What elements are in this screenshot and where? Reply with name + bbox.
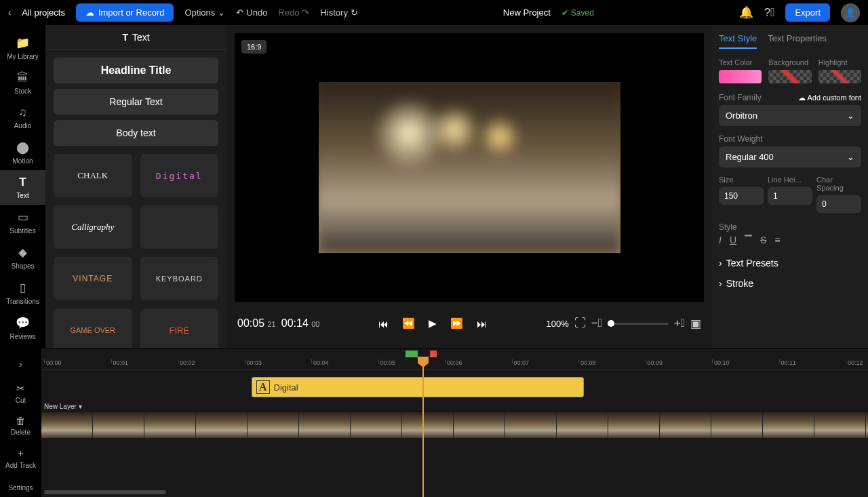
rewind-button[interactable]: ⏪ — [402, 317, 415, 330]
tab-text-style[interactable]: Text Style — [719, 33, 757, 49]
ruler-tick: 00:04 — [311, 359, 329, 363]
options-button[interactable]: Options ⌄ — [184, 7, 225, 18]
regular-text-button[interactable]: Regular Text — [54, 89, 218, 115]
horizontal-scrollbar[interactable] — [44, 490, 166, 494]
layer-label[interactable]: New Layer ▾ — [44, 403, 82, 410]
align-button[interactable]: ≡ — [774, 235, 780, 245]
background-swatch[interactable] — [768, 70, 811, 83]
playhead[interactable] — [422, 357, 424, 497]
text-preset-blank[interactable] — [140, 205, 219, 249]
motion-icon: ⬤ — [0, 140, 45, 155]
play-button[interactable]: ▶ — [429, 317, 437, 330]
line-height-input[interactable] — [768, 187, 812, 205]
text-preset-keyboard[interactable]: KEYBOARD — [140, 257, 219, 300]
size-label: Size — [719, 176, 764, 184]
all-projects-link[interactable]: All projects — [22, 7, 65, 18]
aspect-ratio-badge[interactable]: 16:9 — [241, 40, 267, 54]
strikethrough-button[interactable]: S — [760, 235, 766, 245]
folder-icon: 📁 — [0, 36, 45, 50]
fullscreen-button[interactable]: ⛶ — [574, 317, 586, 330]
fit-icon: ▣ — [690, 317, 701, 330]
body-text-button[interactable]: Body text — [54, 120, 218, 146]
text-preset-chalk[interactable]: CHALK — [54, 154, 132, 197]
avatar[interactable]: 👤 — [841, 3, 860, 22]
sidebar-item-subtitles[interactable]: ▭Subtitles — [0, 205, 45, 240]
ruler-tick: 00:03 — [245, 359, 262, 363]
video-thumbnail — [454, 412, 505, 438]
settings-button[interactable]: Settings — [0, 479, 41, 497]
video-thumbnail — [660, 412, 711, 438]
text-presets-section[interactable]: ›Text Presets — [719, 258, 861, 269]
cut-button[interactable]: ✂Cut — [0, 377, 41, 410]
sidebar-item-my-library[interactable]: 📁My Library — [0, 31, 45, 66]
forward-icon: ⏩ — [450, 317, 463, 329]
highlight-swatch[interactable] — [818, 70, 861, 83]
add-custom-font-link[interactable]: ☁ Add custom font — [798, 94, 861, 102]
video-track[interactable]: New Layer ▾ — [41, 412, 868, 438]
size-input[interactable] — [719, 187, 764, 205]
sidebar-item-transitions[interactable]: ▯Transitions — [0, 275, 45, 311]
video-thumbnail — [763, 412, 814, 438]
fit-button[interactable]: ▣ — [690, 317, 701, 331]
timeline[interactable]: 00:0000:0100:0200:0300:0400:0500:0600:07… — [41, 349, 868, 497]
trash-icon: 🗑 — [0, 415, 41, 426]
highlight-label: Highlight — [818, 58, 861, 66]
stroke-section[interactable]: ›Stroke — [719, 278, 861, 289]
overline-button[interactable]: ▔ — [745, 235, 752, 245]
sidebar-item-motion[interactable]: ⬤Motion — [0, 135, 45, 170]
export-button[interactable]: Export — [785, 3, 830, 22]
fullscreen-icon: ⛶ — [574, 317, 586, 330]
notifications-button[interactable]: 🔔 — [739, 5, 753, 20]
back-icon[interactable]: ‹ — [8, 7, 11, 18]
sidebar-item-shapes[interactable]: ◆Shapes — [0, 240, 45, 275]
help-icon: ?⃝ — [764, 6, 775, 19]
sidebar-item-text[interactable]: TText — [0, 170, 45, 205]
subtitles-icon: ▭ — [0, 210, 45, 224]
text-icon: T — [0, 176, 45, 189]
undo-button[interactable]: ↶ Undo — [236, 7, 267, 18]
underline-button[interactable]: U — [730, 235, 736, 245]
text-preset-fire[interactable]: FIRE — [140, 309, 219, 348]
timeline-ruler[interactable]: 00:0000:0100:0200:0300:0400:0500:0600:07… — [41, 349, 868, 370]
skip-end-button[interactable]: ⏭ — [477, 318, 487, 330]
ruler-tick: 00:09 — [646, 359, 663, 363]
zoom-in-button[interactable]: +⃝ — [674, 317, 685, 330]
import-record-button[interactable]: ☁ Import or Record — [76, 3, 174, 22]
skip-start-button[interactable]: ⏮ — [378, 318, 389, 330]
text-clip[interactable]: A Digital — [252, 377, 584, 397]
text-preset-digital[interactable]: Digital — [140, 154, 219, 197]
headline-title-button[interactable]: Headline Title — [54, 58, 218, 83]
video-preview[interactable] — [319, 82, 620, 253]
preview-panel: 16:9 00:05 21 00:14 00 ⏮ ⏪ ▶ ⏩ ⏭ 100% ⛶ … — [226, 25, 712, 348]
chevron-down-icon: ⌄ — [847, 111, 854, 121]
font-family-select[interactable]: Orbitron⌄ — [719, 105, 861, 126]
check-icon: ✔ — [561, 8, 568, 18]
sidebar-item-audio[interactable]: ♫Audio — [0, 100, 45, 135]
add-track-button[interactable]: ＋Add Track — [0, 441, 41, 475]
char-spacing-input[interactable] — [816, 195, 861, 213]
chevron-right-icon: › — [719, 278, 722, 289]
forward-button[interactable]: ⏩ — [450, 317, 463, 330]
text-preset-gameover[interactable]: GAME OVER — [54, 309, 132, 348]
font-weight-select[interactable]: Regular 400⌄ — [719, 146, 861, 167]
project-name[interactable]: New Project — [503, 7, 551, 18]
text-preset-calligraphy[interactable]: Calligraphy — [54, 205, 132, 249]
font-family-label: Font Family — [719, 93, 762, 102]
delete-button[interactable]: 🗑Delete — [0, 410, 41, 441]
italic-button[interactable]: I — [719, 235, 722, 245]
sidebar-item-stock[interactable]: 🏛Stock — [0, 66, 45, 100]
video-thumbnail — [402, 412, 454, 438]
redo-button[interactable]: Redo ↷ — [278, 7, 309, 18]
text-preset-vintage[interactable]: VINTAGE — [54, 257, 132, 300]
zoom-out-button[interactable]: −⃝ — [591, 317, 602, 330]
sidebar-item-reviews[interactable]: 💬Reviews — [0, 311, 45, 346]
help-button[interactable]: ?⃝ — [764, 6, 775, 20]
topbar: ‹ All projects ☁ Import or Record Option… — [0, 0, 868, 25]
history-button[interactable]: History ↻ — [320, 7, 357, 18]
text-color-swatch[interactable] — [719, 70, 762, 83]
bell-icon: 🔔 — [739, 6, 753, 19]
ruler-tick: 00:10 — [712, 359, 730, 363]
zoom-slider[interactable] — [608, 323, 669, 325]
collapse-button[interactable]: › — [0, 353, 41, 377]
tab-text-properties[interactable]: Text Properties — [768, 33, 827, 49]
